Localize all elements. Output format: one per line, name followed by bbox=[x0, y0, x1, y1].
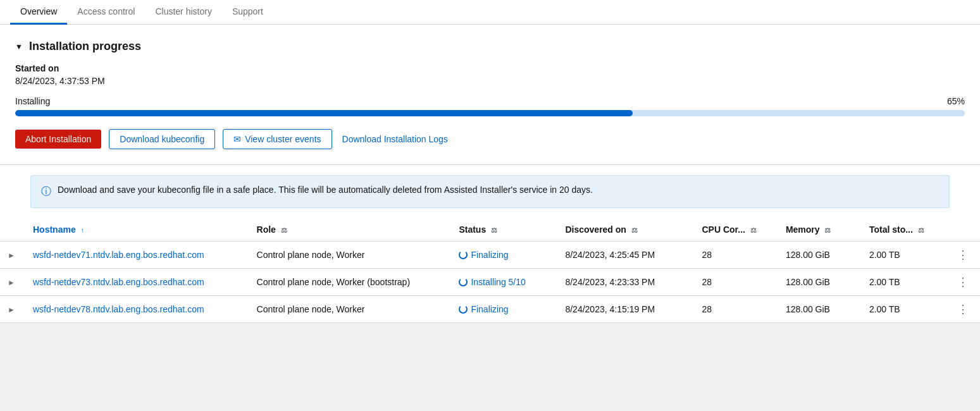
cpu-cell: 28 bbox=[694, 242, 778, 269]
role-cell: Control plane node, Worker bbox=[249, 296, 452, 323]
status-cell: Installing 5/10 bbox=[451, 269, 557, 296]
expand-cell[interactable]: ► bbox=[0, 242, 25, 269]
memory-cell: 128.00 GiB bbox=[778, 269, 862, 296]
col-storage-header[interactable]: Total sto... ⚖ bbox=[862, 218, 946, 242]
storage-col-label: Total sto... bbox=[869, 224, 913, 235]
hostname-cell: wsfd-netdev73.ntdv.lab.eng.bos.redhat.co… bbox=[25, 269, 249, 296]
expand-icon[interactable]: ► bbox=[8, 251, 15, 260]
progress-bar-bg bbox=[15, 110, 965, 116]
actions-cell[interactable]: ⋮ bbox=[946, 296, 980, 323]
spin-icon bbox=[459, 278, 468, 286]
section-header: ▼ Installation progress bbox=[15, 40, 965, 53]
progress-percent-label: 65% bbox=[947, 96, 965, 106]
col-cpu-header[interactable]: CPU Cor... ⚖ bbox=[694, 218, 778, 242]
info-banner-text: Download and save your kubeconfig file i… bbox=[58, 185, 593, 195]
memory-cell: 128.00 GiB bbox=[778, 242, 862, 269]
hostname-link[interactable]: wsfd-netdev71.ntdv.lab.eng.bos.redhat.co… bbox=[33, 250, 204, 260]
spin-icon bbox=[459, 305, 468, 314]
status-badge: Installing 5/10 bbox=[459, 277, 550, 287]
col-expand-header bbox=[0, 218, 25, 242]
chevron-down-icon[interactable]: ▼ bbox=[15, 42, 23, 51]
col-memory-header[interactable]: Memory ⚖ bbox=[778, 218, 862, 242]
discovered-col-label: Discovered on bbox=[565, 224, 626, 235]
hostname-cell: wsfd-netdev71.ntdv.lab.eng.bos.redhat.co… bbox=[25, 242, 249, 269]
actions-cell[interactable]: ⋮ bbox=[946, 242, 980, 269]
info-icon: ⓘ bbox=[41, 185, 51, 199]
tab-access-control[interactable]: Access control bbox=[67, 0, 145, 25]
storage-filter-icon[interactable]: ⚖ bbox=[918, 226, 924, 235]
hostname-sort-icon[interactable]: ↑ bbox=[81, 226, 85, 234]
role-cell: Control plane node, Worker (bootstrap) bbox=[249, 269, 452, 296]
spin-icon bbox=[459, 250, 468, 259]
abort-installation-button[interactable]: Abort Installation bbox=[15, 130, 101, 149]
expand-icon[interactable]: ► bbox=[8, 278, 15, 287]
table-row: ►wsfd-netdev71.ntdv.lab.eng.bos.redhat.c… bbox=[0, 242, 980, 269]
status-filter-icon[interactable]: ⚖ bbox=[491, 226, 497, 235]
download-installation-logs-button[interactable]: Download Installation Logs bbox=[340, 130, 450, 149]
kebab-menu-icon[interactable]: ⋮ bbox=[953, 274, 972, 290]
col-discovered-header[interactable]: Discovered on ⚖ bbox=[557, 218, 694, 242]
info-banner: ⓘ Download and save your kubeconfig file… bbox=[30, 175, 950, 208]
status-col-label: Status bbox=[459, 224, 486, 235]
status-text: Finalizing bbox=[471, 250, 508, 260]
actions-row: Abort Installation Download kubeconfig ✉… bbox=[15, 129, 965, 149]
discovered-cell: 8/24/2023, 4:25:45 PM bbox=[557, 242, 694, 269]
hosts-table: Hostname ↑ Role ⚖ Status ⚖ Discovered on… bbox=[0, 218, 980, 323]
tab-cluster-history[interactable]: Cluster history bbox=[145, 0, 221, 25]
tab-support[interactable]: Support bbox=[222, 0, 273, 25]
status-cell: Finalizing bbox=[451, 242, 557, 269]
col-status-header[interactable]: Status ⚖ bbox=[451, 218, 557, 242]
hostname-link[interactable]: wsfd-netdev78.ntdv.lab.eng.bos.redhat.co… bbox=[33, 304, 204, 314]
hosts-table-section: Hostname ↑ Role ⚖ Status ⚖ Discovered on… bbox=[0, 218, 980, 323]
expand-icon[interactable]: ► bbox=[8, 305, 15, 314]
col-role-header[interactable]: Role ⚖ bbox=[249, 218, 452, 242]
memory-filter-icon[interactable]: ⚖ bbox=[824, 226, 831, 235]
hostname-link[interactable]: wsfd-netdev73.ntdv.lab.eng.bos.redhat.co… bbox=[33, 277, 204, 287]
col-actions-header bbox=[946, 218, 980, 242]
table-header-row: Hostname ↑ Role ⚖ Status ⚖ Discovered on… bbox=[0, 218, 980, 242]
cpu-cell: 28 bbox=[694, 296, 778, 323]
discovered-cell: 8/24/2023, 4:23:33 PM bbox=[557, 269, 694, 296]
status-text: Finalizing bbox=[471, 304, 508, 314]
memory-cell: 128.00 GiB bbox=[778, 296, 862, 323]
table-row: ►wsfd-netdev73.ntdv.lab.eng.bos.redhat.c… bbox=[0, 269, 980, 296]
storage-cell: 2.00 TB bbox=[862, 296, 946, 323]
role-cell: Control plane node, Worker bbox=[249, 242, 452, 269]
started-value: 8/24/2023, 4:37:53 PM bbox=[15, 76, 965, 86]
role-filter-icon[interactable]: ⚖ bbox=[281, 226, 287, 235]
tab-overview[interactable]: Overview bbox=[10, 0, 67, 25]
tabs-bar: Overview Access control Cluster history … bbox=[0, 0, 980, 25]
progress-bar-fill bbox=[15, 110, 633, 116]
cpu-cell: 28 bbox=[694, 269, 778, 296]
discovered-cell: 8/24/2023, 4:15:19 PM bbox=[557, 296, 694, 323]
view-cluster-events-button[interactable]: ✉ View cluster events bbox=[223, 129, 332, 149]
hostname-col-label: Hostname bbox=[33, 224, 76, 235]
download-kubeconfig-button[interactable]: Download kubeconfig bbox=[109, 129, 215, 149]
expand-cell[interactable]: ► bbox=[0, 296, 25, 323]
view-events-label: View cluster events bbox=[245, 134, 321, 144]
memory-col-label: Memory bbox=[786, 224, 820, 235]
discovered-filter-icon[interactable]: ⚖ bbox=[631, 226, 638, 235]
status-badge: Finalizing bbox=[459, 304, 550, 314]
role-col-label: Role bbox=[257, 224, 276, 235]
kebab-menu-icon[interactable]: ⋮ bbox=[953, 247, 972, 262]
status-cell: Finalizing bbox=[451, 296, 557, 323]
cpu-filter-icon[interactable]: ⚖ bbox=[750, 226, 757, 235]
progress-row: Installing 65% bbox=[15, 96, 965, 106]
kebab-menu-icon[interactable]: ⋮ bbox=[953, 302, 972, 317]
status-badge: Finalizing bbox=[459, 250, 550, 260]
table-row: ►wsfd-netdev78.ntdv.lab.eng.bos.redhat.c… bbox=[0, 296, 980, 323]
status-text: Installing 5/10 bbox=[471, 277, 525, 287]
info-banner-section: ⓘ Download and save your kubeconfig file… bbox=[0, 165, 980, 218]
hostname-cell: wsfd-netdev78.ntdv.lab.eng.bos.redhat.co… bbox=[25, 296, 249, 323]
cpu-col-label: CPU Cor... bbox=[702, 224, 745, 235]
storage-cell: 2.00 TB bbox=[862, 242, 946, 269]
progress-status-label: Installing bbox=[15, 96, 50, 106]
storage-cell: 2.00 TB bbox=[862, 269, 946, 296]
installation-progress-section: ▼ Installation progress Started on 8/24/… bbox=[0, 25, 980, 165]
col-hostname-header[interactable]: Hostname ↑ bbox=[25, 218, 249, 242]
envelope-icon: ✉ bbox=[233, 134, 241, 144]
actions-cell[interactable]: ⋮ bbox=[946, 269, 980, 296]
started-label: Started on bbox=[15, 63, 965, 73]
expand-cell[interactable]: ► bbox=[0, 269, 25, 296]
